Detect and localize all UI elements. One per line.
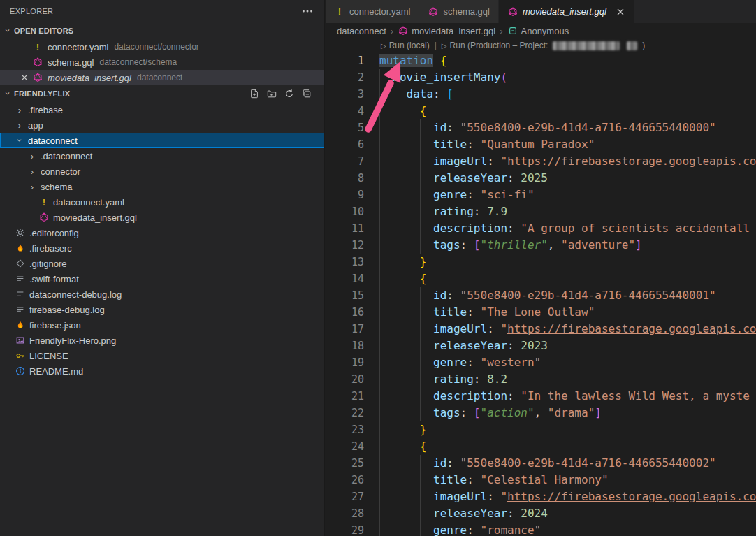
line-number: 8	[326, 170, 379, 187]
tree-item-license[interactable]: LICENSE	[0, 348, 324, 363]
code-line-29[interactable]: 29genre: "romance"	[326, 522, 756, 536]
code-text: id: "550e8400-e29b-41d4-a716-44665544000…	[379, 287, 716, 304]
indent-guide	[420, 170, 421, 187]
code-line-26[interactable]: 26title: "Celestial Harmony"	[326, 472, 756, 488]
project-section-header[interactable]: › FRIENDLYFLIX	[0, 85, 324, 102]
code-line-24[interactable]: 24{	[326, 438, 756, 455]
line-number: 5	[326, 119, 379, 136]
code-line-5[interactable]: 5id: "550e8400-e29b-41d4-a716-4466554400…	[326, 119, 756, 136]
tree-item-moviedata-insert-gql[interactable]: moviedata_insert.gql	[0, 210, 324, 225]
tree-item-friendlyflix-hero-png[interactable]: FriendlyFlix-Hero.png	[0, 333, 324, 348]
code-token: imageUrl	[433, 154, 487, 168]
indent-guide	[379, 119, 380, 136]
run-production-link[interactable]: ▷ Run (Production – Project: )	[442, 41, 645, 50]
code-token: "	[500, 322, 507, 335]
tree-item-dataconnect-debug-log[interactable]: dataconnect-debug.log	[0, 287, 324, 302]
tree-item--gitignore[interactable]: .gitignore	[0, 256, 324, 271]
code-token: title	[433, 473, 467, 486]
breadcrumb-item[interactable]: Anonymous	[507, 25, 569, 36]
code-line-21[interactable]: 21description: "In the lawless Wild West…	[326, 388, 756, 405]
code-token: "Celestial Harmony"	[481, 473, 609, 486]
tree-item--dataconnect[interactable]: ›.dataconnect	[0, 148, 324, 164]
code-line-10[interactable]: 10rating: 7.9	[326, 203, 756, 220]
code-line-8[interactable]: 8releaseYear: 2025	[326, 170, 756, 187]
code-line-1[interactable]: 1mutation {	[326, 52, 756, 69]
code-text: releaseYear: 2024	[379, 505, 548, 522]
code-line-22[interactable]: 22tags: ["action", "drama"]	[326, 405, 756, 421]
open-editor-item[interactable]: moviedata_insert.gqldataconnect	[0, 70, 324, 85]
code-line-17[interactable]: 17imageUrl: "https://firebasestorage.goo…	[326, 321, 756, 338]
run-local-label: Run (local)	[389, 41, 430, 50]
graphql-icon	[38, 212, 50, 223]
code-line-2[interactable]: 2movie_insertMany(	[326, 69, 756, 86]
tree-item-schema[interactable]: ›schema	[0, 179, 324, 194]
tree-item-readme-md[interactable]: README.md	[0, 363, 324, 379]
indent-guide	[393, 237, 393, 254]
refresh-button[interactable]	[283, 87, 296, 100]
code-line-14[interactable]: 14{	[326, 270, 756, 287]
indent-guide	[420, 405, 421, 421]
more-actions-icon[interactable]	[300, 4, 314, 18]
code-line-28[interactable]: 28releaseYear: 2024	[326, 505, 756, 522]
code-line-4[interactable]: 4{	[326, 103, 756, 119]
tree-item-connector[interactable]: ›connector	[0, 164, 324, 179]
code-line-27[interactable]: 27imageUrl: "https://firebasestorage.goo…	[326, 488, 756, 505]
tab-schema-gql[interactable]: schema.gql	[419, 0, 498, 23]
close-icon[interactable]	[615, 6, 626, 17]
code-text: rating: 7.9	[379, 203, 507, 220]
new-file-button[interactable]	[248, 87, 261, 100]
indent-guide	[420, 304, 421, 321]
tree-item-app[interactable]: ›app	[0, 117, 324, 133]
open-editors-header[interactable]: › OPEN EDITORS	[0, 22, 324, 39]
code-line-6[interactable]: 6title: "Quantum Paradox"	[326, 136, 756, 153]
tree-item--firebase[interactable]: ›.firebase	[0, 102, 324, 117]
project-label: FRIENDLYFLIX	[14, 89, 70, 98]
tree-item--editorconfig[interactable]: .editorconfig	[0, 225, 324, 240]
code-line-7[interactable]: 7imageUrl: "https://firebasestorage.goog…	[326, 153, 756, 170]
new-folder-button[interactable]	[266, 87, 278, 100]
tree-item--firebaserc[interactable]: .firebaserc	[0, 240, 324, 256]
tree-item-dataconnect-yaml[interactable]: !dataconnect.yaml	[0, 194, 324, 210]
code-token: :	[507, 222, 521, 235]
code-token: {	[440, 54, 447, 67]
code-line-3[interactable]: 3data: [	[326, 86, 756, 103]
code-line-9[interactable]: 9genre: "sci-fi"	[326, 187, 756, 203]
indent-guide	[393, 187, 393, 203]
code-token: "In the lawless Wild West, a myste	[521, 389, 750, 403]
tab-connector-yaml[interactable]: !connector.yaml	[326, 0, 419, 23]
run-local-link[interactable]: ▷ Run (local)	[381, 41, 430, 50]
codelens-separator: |	[434, 41, 437, 50]
code-text: {	[379, 438, 426, 455]
open-editor-item[interactable]: schema.gqldataconnect/schema	[0, 55, 324, 70]
code-token: id	[433, 121, 446, 134]
code-line-25[interactable]: 25id: "550e8400-e29b-41d4-a716-446655440…	[326, 455, 756, 472]
code-text: tags: ["action", "drama"]	[379, 405, 602, 421]
code-token: :	[460, 406, 474, 419]
breadcrumb-item[interactable]: moviedata_insert.gql	[398, 25, 495, 36]
code-editor[interactable]: 1mutation {2movie_insertMany(3data: [4{5…	[326, 52, 756, 536]
chevron-right-icon: ›	[27, 166, 37, 177]
code-line-18[interactable]: 18releaseYear: 2023	[326, 338, 756, 354]
code-line-23[interactable]: 23}	[326, 421, 756, 438]
indent-guide	[393, 472, 393, 488]
tree-item-firebase-json[interactable]: firebase.json	[0, 317, 324, 333]
code-line-15[interactable]: 15id: "550e8400-e29b-41d4-a716-446655440…	[326, 287, 756, 304]
code-line-16[interactable]: 16title: "The Lone Outlaw"	[326, 304, 756, 321]
breadcrumb-label: moviedata_insert.gql	[412, 26, 495, 36]
code-line-19[interactable]: 19genre: "western"	[326, 354, 756, 371]
collapse-all-button[interactable]	[300, 87, 313, 100]
tree-item--swift-format[interactable]: .swift-format	[0, 271, 324, 287]
code-token: "romance"	[481, 523, 541, 536]
code-line-20[interactable]: 20rating: 8.2	[326, 371, 756, 388]
tab-moviedata-insert-gql[interactable]: moviedata_insert.gql	[499, 0, 635, 23]
code-line-12[interactable]: 12tags: ["thriller", "adventure"]	[326, 237, 756, 254]
code-line-11[interactable]: 11description: "A group of scientists ac…	[326, 220, 756, 237]
line-number: 6	[326, 136, 379, 153]
open-editor-item[interactable]: !connector.yamldataconnect/connector	[0, 39, 324, 55]
breadcrumb-item[interactable]: dataconnect	[337, 26, 386, 36]
tree-item-dataconnect[interactable]: ›dataconnect	[0, 133, 324, 148]
close-icon[interactable]	[19, 72, 30, 83]
chevron-right-icon: ›	[15, 105, 24, 115]
code-line-13[interactable]: 13}	[326, 254, 756, 270]
tree-item-firebase-debug-log[interactable]: firebase-debug.log	[0, 302, 324, 317]
